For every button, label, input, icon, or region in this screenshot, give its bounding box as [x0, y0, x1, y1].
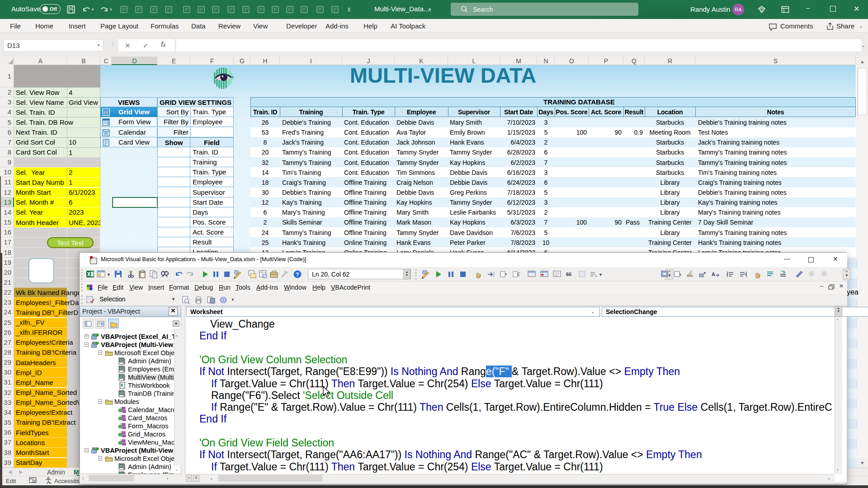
svg-text:A: A	[712, 272, 715, 277]
svg-text:66: 66	[566, 272, 571, 277]
svg-text:?: ?	[296, 272, 299, 278]
